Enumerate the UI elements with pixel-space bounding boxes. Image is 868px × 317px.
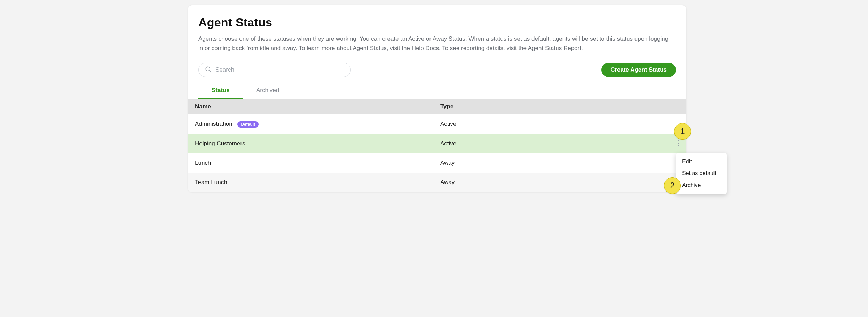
table-row[interactable]: Helping Customers Active (188, 134, 686, 153)
search-input[interactable] (198, 63, 351, 77)
toolbar: Create Agent Status (198, 63, 676, 77)
svg-point-4 (678, 145, 679, 146)
table-row[interactable]: Lunch Away (188, 153, 686, 173)
tabs: Status Archived (198, 83, 676, 99)
table-header: Name Type (188, 99, 686, 114)
table-row[interactable]: Team Lunch Away (188, 173, 686, 192)
tab-status[interactable]: Status (198, 83, 243, 99)
cell-type: Active (433, 114, 670, 134)
cell-type: Away (433, 153, 670, 173)
annotation-callout-2: 2 (664, 177, 681, 194)
cell-name: Administration Default (188, 114, 433, 134)
column-header-type: Type (433, 99, 686, 114)
search-wrap (198, 63, 351, 77)
kebab-icon (677, 140, 679, 148)
default-badge: Default (237, 121, 259, 128)
row-actions-button[interactable] (673, 139, 683, 148)
menu-item-archive[interactable]: Archive (676, 179, 727, 191)
status-name: Team Lunch (195, 179, 227, 186)
table-row[interactable]: Administration Default Active (188, 114, 686, 134)
cell-type: Active (433, 134, 670, 153)
page-description: Agents choose one of these statuses when… (198, 34, 672, 53)
status-name: Helping Customers (195, 140, 245, 147)
status-name: Administration (195, 121, 232, 127)
create-agent-status-button[interactable]: Create Agent Status (601, 63, 676, 77)
menu-item-edit[interactable]: Edit (676, 156, 727, 168)
cell-name: Lunch (188, 153, 433, 173)
status-table: Name Type Administration Default Active … (188, 99, 686, 192)
svg-point-2 (678, 140, 679, 141)
row-context-menu: Edit Set as default Archive (676, 153, 727, 194)
cell-type: Away (433, 173, 670, 192)
cell-name: Team Lunch (188, 173, 433, 192)
menu-item-set-default[interactable]: Set as default (676, 168, 727, 179)
page-title: Agent Status (198, 16, 676, 29)
annotation-callout-1: 1 (674, 123, 691, 140)
svg-point-3 (678, 143, 679, 144)
agent-status-panel: Agent Status Agents choose one of these … (188, 5, 686, 192)
tab-archived[interactable]: Archived (243, 83, 292, 99)
column-header-name: Name (188, 99, 433, 114)
cell-name: Helping Customers (188, 134, 433, 153)
status-name: Lunch (195, 160, 211, 166)
